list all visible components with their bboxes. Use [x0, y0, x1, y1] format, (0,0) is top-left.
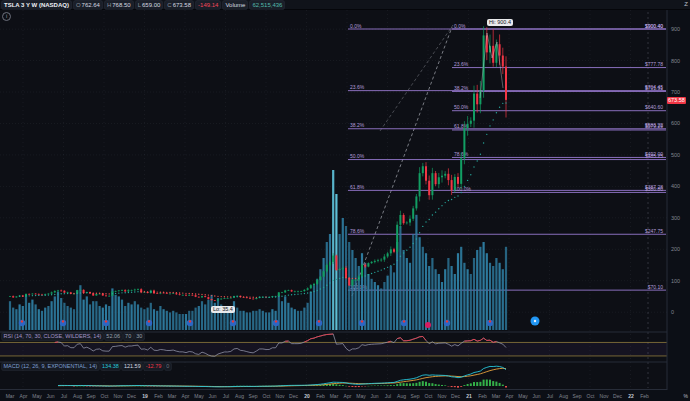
candle-body[interactable] — [431, 173, 433, 195]
candle-body[interactable] — [127, 290, 129, 291]
candle-body[interactable] — [393, 249, 395, 252]
candle-body[interactable] — [316, 280, 318, 284]
candle-body[interactable] — [38, 294, 40, 295]
candle-body[interactable] — [467, 124, 469, 128]
candle-body[interactable] — [121, 290, 123, 291]
time-tick-label[interactable]: Dec — [289, 393, 298, 399]
time-tick-label[interactable]: May — [194, 393, 204, 399]
candle-body[interactable] — [505, 67, 507, 100]
candle-body[interactable] — [313, 284, 315, 285]
candle-body[interactable] — [300, 291, 302, 292]
candle-body[interactable] — [108, 296, 110, 297]
high-marker-label[interactable]: Hi: 900.4 — [487, 19, 513, 26]
candle-body[interactable] — [476, 94, 478, 105]
candle-body[interactable] — [156, 293, 158, 294]
candle-body[interactable] — [287, 290, 289, 291]
time-tick-label[interactable]: Sep — [87, 393, 96, 399]
time-tick-label[interactable]: Apr — [20, 393, 28, 399]
time-tick-label[interactable]: Mar — [330, 393, 339, 399]
low-marker-label[interactable]: Lo: 35.4 — [211, 306, 235, 313]
time-tick-label[interactable]: Nov — [438, 393, 447, 399]
time-tick-label[interactable]: Sep — [573, 393, 582, 399]
candle-body[interactable] — [166, 293, 168, 294]
candle-body[interactable] — [502, 56, 504, 67]
candle-body[interactable] — [355, 280, 357, 281]
candle-body[interactable] — [460, 158, 462, 183]
candle-body[interactable] — [319, 277, 321, 280]
candle-body[interactable] — [361, 265, 363, 277]
price-tick-label[interactable]: 700 — [671, 89, 680, 95]
time-tick-label[interactable]: Oct — [263, 393, 271, 399]
time-tick-label[interactable]: Jul — [61, 393, 67, 399]
time-tick-label[interactable]: Aug — [397, 393, 406, 399]
candle-body[interactable] — [220, 299, 222, 300]
candle-body[interactable] — [95, 294, 97, 296]
candle-body[interactable] — [396, 225, 398, 252]
candle-body[interactable] — [207, 297, 209, 299]
candle-body[interactable] — [185, 295, 187, 296]
time-tick-label[interactable]: Nov — [114, 393, 123, 399]
price-tick-label[interactable]: 200 — [671, 246, 680, 252]
symbol-title[interactable]: TSLA 3 Y W (NASDAQ) — [2, 1, 71, 9]
price-axis[interactable] — [667, 10, 690, 390]
candle-body[interactable] — [332, 256, 334, 262]
candle-body[interactable] — [326, 265, 328, 271]
candle-body[interactable] — [195, 295, 197, 297]
time-tick-label[interactable]: Feb — [154, 393, 163, 399]
candle-body[interactable] — [201, 296, 203, 297]
time-tick-label[interactable]: Mar — [6, 393, 15, 399]
candle-body[interactable] — [198, 297, 200, 298]
time-tick-label[interactable]: 21 — [466, 393, 472, 399]
candle-body[interactable] — [351, 280, 353, 286]
candle-body[interactable] — [227, 298, 229, 299]
candle-body[interactable] — [380, 260, 382, 261]
time-tick-label[interactable]: Jul — [223, 393, 229, 399]
candle-body[interactable] — [297, 291, 299, 292]
time-tick-label[interactable]: Oct — [425, 393, 433, 399]
time-tick-label[interactable]: Jul — [547, 393, 553, 399]
candle-body[interactable] — [454, 177, 456, 190]
time-tick-label[interactable]: May — [32, 393, 42, 399]
time-tick-label[interactable]: Apr — [182, 393, 190, 399]
candle-body[interactable] — [294, 291, 296, 292]
candle-body[interactable] — [303, 290, 305, 291]
candle-body[interactable] — [79, 290, 81, 291]
candle-body[interactable] — [169, 294, 171, 295]
candle-body[interactable] — [57, 290, 59, 291]
candle-body[interactable] — [438, 177, 440, 184]
candle-body[interactable] — [191, 295, 193, 296]
candle-body[interactable] — [415, 196, 417, 208]
time-tick-label[interactable]: Sep — [249, 393, 258, 399]
time-tick-label[interactable]: Mar — [168, 393, 177, 399]
candle-body[interactable] — [473, 94, 475, 121]
candle-body[interactable] — [137, 289, 139, 290]
time-tick-label[interactable]: Nov — [600, 393, 609, 399]
time-tick-label[interactable]: 19 — [142, 393, 148, 399]
candle-body[interactable] — [223, 298, 225, 299]
candle-body[interactable] — [214, 300, 216, 301]
candle-body[interactable] — [323, 271, 325, 276]
candle-body[interactable] — [47, 294, 49, 295]
candle-body[interactable] — [51, 292, 53, 293]
time-tick-label[interactable]: 20 — [304, 393, 310, 399]
time-tick-label[interactable]: Aug — [73, 393, 82, 399]
time-tick-label[interactable]: Sep — [411, 393, 420, 399]
price-tick-label[interactable]: 500 — [671, 152, 680, 158]
trend-line[interactable] — [352, 27, 452, 296]
candle-body[interactable] — [134, 290, 136, 291]
time-tick-label[interactable]: May — [518, 393, 528, 399]
time-tick-label[interactable]: Jun — [532, 393, 540, 399]
candle-body[interactable] — [230, 298, 232, 299]
candle-body[interactable] — [9, 296, 11, 297]
candle-body[interactable] — [342, 268, 344, 269]
trend-line[interactable] — [380, 25, 453, 131]
time-tick-label[interactable]: Jun — [46, 393, 54, 399]
candle-body[interactable] — [387, 253, 389, 256]
time-tick-label[interactable]: Oct — [587, 393, 595, 399]
candle-body[interactable] — [63, 291, 65, 293]
time-tick-label[interactable]: Jul — [385, 393, 391, 399]
time-tick-label[interactable]: Feb — [640, 393, 649, 399]
time-tick-label[interactable]: Feb — [316, 393, 325, 399]
candle-body[interactable] — [412, 208, 414, 218]
time-tick-label[interactable]: Apr — [506, 393, 514, 399]
